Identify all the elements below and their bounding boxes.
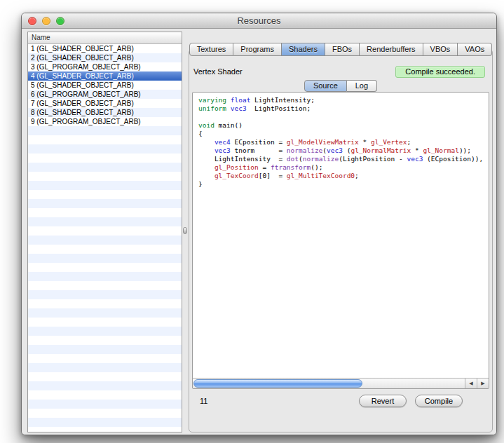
scroll-left-arrow-icon: ◀ bbox=[469, 381, 472, 386]
line-count: 11 bbox=[198, 397, 207, 405]
list-empty-row bbox=[28, 272, 182, 281]
list-empty-row bbox=[28, 418, 182, 427]
compile-status-badge: Compile succeeded. bbox=[395, 66, 485, 78]
list-empty-row bbox=[28, 181, 182, 190]
list-empty-row bbox=[28, 172, 182, 181]
list-empty-row bbox=[28, 199, 182, 208]
list-empty-row bbox=[28, 372, 182, 381]
list-empty-row bbox=[28, 135, 182, 144]
code-editor[interactable]: varying float LightIntensity;uniform vec… bbox=[193, 93, 489, 378]
list-empty-row bbox=[28, 363, 182, 372]
scroll-left-button[interactable]: ◀ bbox=[465, 379, 477, 388]
list-empty-row bbox=[28, 308, 182, 318]
code-line: vec4 ECposition = gl_ModelViewMatrix * g… bbox=[198, 138, 489, 146]
list-empty-row bbox=[28, 263, 182, 272]
list-header-name[interactable]: Name bbox=[28, 32, 182, 44]
list-empty-row bbox=[28, 281, 182, 290]
shaders-tab-panel: Vertex Shader Compile succeeded. SourceL… bbox=[189, 49, 493, 432]
code-line: void main() bbox=[198, 121, 489, 130]
list-item[interactable]: 8 (GL_SHADER_OBJECT_ARB) bbox=[28, 108, 182, 117]
list-empty-row bbox=[28, 390, 182, 400]
splitter-handle[interactable] bbox=[183, 227, 187, 234]
scrollbar-thumb[interactable] bbox=[193, 379, 362, 388]
list-empty-row bbox=[28, 400, 182, 409]
tab-shaders[interactable]: Shaders bbox=[282, 43, 325, 56]
subtab-source[interactable]: Source bbox=[304, 80, 347, 92]
list-item[interactable]: 3 (GL_PROGRAM_OBJECT_ARB) bbox=[28, 62, 182, 71]
code-line: gl_Position = ftransform(); bbox=[198, 163, 489, 172]
code-line: uniform vec3 LightPosition; bbox=[198, 104, 489, 113]
window-title: Resources bbox=[22, 13, 496, 29]
list-empty-row bbox=[28, 299, 182, 308]
scrollbar-track[interactable] bbox=[193, 379, 465, 388]
horizontal-scrollbar[interactable]: ◀ ▶ bbox=[193, 378, 489, 388]
tab-fbos[interactable]: FBOs bbox=[325, 43, 360, 56]
panel-header: Vertex Shader Compile succeeded. bbox=[193, 65, 485, 78]
list-empty-row bbox=[28, 144, 182, 154]
list-item[interactable]: 2 (GL_SHADER_OBJECT_ARB) bbox=[28, 53, 182, 62]
code-line: LightIntensity = dot(normalize(LightPosi… bbox=[198, 155, 489, 163]
list-empty-row bbox=[28, 427, 182, 432]
list-empty-row bbox=[28, 409, 182, 418]
list-empty-row bbox=[28, 290, 182, 299]
code-line: } bbox=[198, 180, 489, 189]
window-content: Name 1 (GL_SHADER_OBJECT_ARB)2 (GL_SHADE… bbox=[22, 29, 496, 435]
tab-renderbuffers[interactable]: Renderbuffers bbox=[360, 43, 423, 56]
shader-title: Vertex Shader bbox=[193, 67, 243, 76]
subtab-log[interactable]: Log bbox=[347, 80, 377, 92]
list-empty-row bbox=[28, 208, 182, 217]
titlebar[interactable]: Resources bbox=[22, 13, 496, 29]
code-box: varying float LightIntensity;uniform vec… bbox=[192, 92, 489, 389]
list-empty-row bbox=[28, 345, 182, 354]
list-empty-row bbox=[28, 381, 182, 390]
footer-buttons: Revert Compile bbox=[359, 395, 463, 407]
code-line: varying float LightIntensity; bbox=[198, 96, 489, 104]
resources-window: Resources Name 1 (GL_SHADER_OBJECT_ARB)2… bbox=[21, 13, 497, 435]
list-item[interactable]: 7 (GL_SHADER_OBJECT_ARB) bbox=[28, 99, 182, 108]
list-empty-row bbox=[28, 236, 182, 245]
source-log-segmented-control: SourceLog bbox=[189, 80, 492, 92]
list-item[interactable]: 5 (GL_SHADER_OBJECT_ARB) bbox=[28, 81, 182, 90]
tab-programs[interactable]: Programs bbox=[233, 43, 282, 56]
code-line: gl_TexCoord[0] = gl_MultiTexCoord0; bbox=[198, 172, 489, 180]
list-empty-row bbox=[28, 245, 182, 254]
code-line bbox=[198, 113, 489, 121]
list-empty-row bbox=[28, 254, 182, 263]
list-empty-row bbox=[28, 336, 182, 345]
scroll-right-arrow-icon: ▶ bbox=[481, 381, 484, 386]
compile-button[interactable]: Compile bbox=[415, 395, 463, 407]
list-empty-row bbox=[28, 354, 182, 363]
list-empty-row bbox=[28, 327, 182, 336]
list-empty-row bbox=[28, 226, 182, 236]
revert-button[interactable]: Revert bbox=[359, 395, 407, 407]
list-empty-row bbox=[28, 163, 182, 172]
list-item[interactable]: 9 (GL_PROGRAM_OBJECT_ARB) bbox=[28, 117, 182, 126]
list-empty-row bbox=[28, 126, 182, 135]
list-item[interactable]: 1 (GL_SHADER_OBJECT_ARB) bbox=[28, 44, 182, 53]
scroll-right-button[interactable]: ▶ bbox=[477, 379, 489, 388]
list-empty-row bbox=[28, 217, 182, 226]
list-item[interactable]: 4 (GL_SHADER_OBJECT_ARB) bbox=[28, 71, 182, 81]
tab-vaos[interactable]: VAOs bbox=[458, 43, 492, 56]
list-empty-row bbox=[28, 190, 182, 199]
panel-footer: 11 Revert Compile bbox=[198, 393, 463, 409]
tab-vbos[interactable]: VBOs bbox=[423, 43, 458, 56]
resource-list[interactable]: Name 1 (GL_SHADER_OBJECT_ARB)2 (GL_SHADE… bbox=[27, 32, 182, 432]
tab-bar: TexturesProgramsShadersFBOsRenderbuffers… bbox=[189, 43, 493, 56]
resource-list-body: 1 (GL_SHADER_OBJECT_ARB)2 (GL_SHADER_OBJ… bbox=[28, 44, 182, 432]
tab-textures[interactable]: Textures bbox=[189, 43, 234, 56]
code-line: { bbox=[198, 130, 489, 138]
list-empty-row bbox=[28, 154, 182, 163]
list-item[interactable]: 6 (GL_PROGRAM_OBJECT_ARB) bbox=[28, 90, 182, 99]
code-line: vec3 tnorm = normalize(vec3 (gl_NormalMa… bbox=[198, 146, 489, 155]
list-empty-row bbox=[28, 318, 182, 327]
